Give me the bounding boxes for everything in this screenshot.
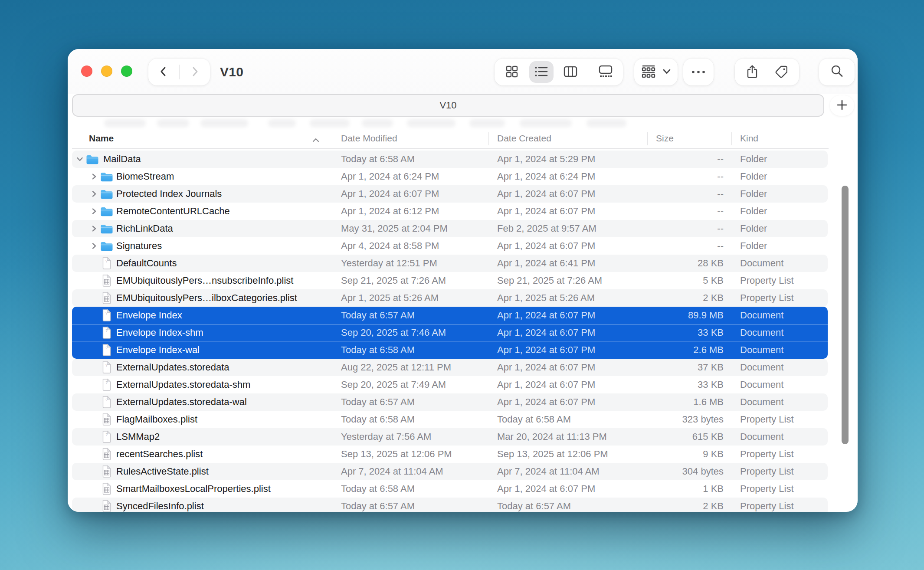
folder-icon <box>100 222 113 235</box>
date-modified-cell: Apr 1, 2024 at 6:24 PM <box>341 168 439 185</box>
tab-bar[interactable]: V10 <box>72 94 824 117</box>
table-row[interactable]: EMUbiquitouslyPers…nsubscribeInfo.plist … <box>72 272 828 289</box>
table-row[interactable]: ? ExternalUpdates.storedata-shm Sep 20, … <box>72 376 828 393</box>
file-list: MailData Today at 6:58 AM Apr 1, 2024 at… <box>72 151 828 512</box>
column-header-date-modified[interactable]: Date Modified <box>341 133 397 144</box>
chevron-right-icon[interactable] <box>89 223 99 234</box>
date-modified-cell: Apr 1, 2024 at 6:12 PM <box>341 203 439 220</box>
chevron-right-icon[interactable] <box>89 171 99 182</box>
new-tab-button[interactable] <box>830 95 854 116</box>
forward-button[interactable] <box>183 60 207 84</box>
date-created-cell: Feb 2, 2025 at 9:57 AM <box>497 220 596 237</box>
date-modified-cell: Today at 6:57 AM <box>341 393 415 411</box>
minimize-button[interactable] <box>101 66 112 77</box>
size-cell: -- <box>637 151 724 168</box>
date-created-cell: Apr 1, 2025 at 5:26 AM <box>497 289 595 307</box>
chevron-right-icon[interactable] <box>89 189 99 199</box>
date-modified-cell: Apr 7, 2024 at 11:04 AM <box>341 463 443 480</box>
size-cell: 323 bytes <box>637 411 724 428</box>
table-row[interactable]: MailData Today at 6:58 AM Apr 1, 2024 at… <box>72 151 828 168</box>
column-header-date-created[interactable]: Date Created <box>497 133 551 144</box>
date-created-cell: Apr 1, 2024 at 6:07 PM <box>497 480 595 498</box>
svg-text:?: ? <box>105 432 108 437</box>
table-row[interactable]: FlagMailboxes.plist Today at 6:58 AM Tod… <box>72 411 828 428</box>
disclosure-placeholder <box>89 414 99 425</box>
table-row[interactable]: RemoteContentURLCache Apr 1, 2024 at 6:1… <box>72 203 828 220</box>
size-cell: 5 KB <box>637 272 724 289</box>
file-name: DefaultCounts <box>116 255 177 272</box>
share-button[interactable] <box>740 60 764 84</box>
list-view-button[interactable] <box>529 60 554 84</box>
table-row[interactable]: recentSearches.plist Sep 13, 2025 at 12:… <box>72 446 828 463</box>
table-row[interactable]: Protected Index Journals Apr 1, 2024 at … <box>72 185 828 203</box>
table-row[interactable]: RichLinkData May 31, 2025 at 2:04 PM Feb… <box>72 220 828 237</box>
date-modified-cell: Sep 21, 2025 at 7:26 AM <box>341 272 446 289</box>
table-row[interactable]: RulesActiveState.plist Apr 7, 2024 at 11… <box>72 463 828 480</box>
table-row[interactable]: EMUbiquitouslyPers…ilboxCategories.plist… <box>72 289 828 307</box>
date-modified-cell: Apr 4, 2024 at 8:58 PM <box>341 237 439 255</box>
more-options-button[interactable] <box>683 59 714 85</box>
svg-text:?: ? <box>105 398 108 402</box>
column-divider[interactable] <box>333 132 333 145</box>
date-modified-cell: Apr 1, 2024 at 6:07 PM <box>341 185 439 203</box>
column-header-size[interactable]: Size <box>656 133 674 144</box>
chevron-right-icon[interactable] <box>89 206 99 216</box>
column-divider[interactable] <box>731 132 732 145</box>
tab-title: V10 <box>439 100 456 111</box>
size-cell: 89.9 MB <box>637 307 724 324</box>
plus-icon <box>836 99 848 112</box>
table-row[interactable]: SmartMailboxesLocalProperties.plist Toda… <box>72 480 828 498</box>
close-button[interactable] <box>81 66 92 77</box>
date-created-cell: Apr 1, 2024 at 6:07 PM <box>497 307 595 324</box>
view-mode-group <box>495 59 623 85</box>
kind-cell: Folder <box>740 220 767 237</box>
chevron-down-icon[interactable] <box>75 154 85 164</box>
disclosure-placeholder <box>89 501 99 511</box>
gallery-view-button[interactable] <box>593 60 618 84</box>
chevron-right-icon[interactable] <box>89 241 99 251</box>
folder-icon <box>86 153 99 166</box>
table-row[interactable]: BiomeStream Apr 1, 2024 at 6:24 PM Apr 1… <box>72 168 828 185</box>
tag-button[interactable] <box>770 60 794 84</box>
search-button[interactable] <box>819 59 855 85</box>
chevron-down-icon <box>663 68 671 76</box>
table-row[interactable]: ? ExternalUpdates.storedata Aug 22, 2025… <box>72 359 828 376</box>
column-view-button[interactable] <box>558 60 583 84</box>
plist-icon <box>100 292 113 305</box>
size-cell: -- <box>637 237 724 255</box>
table-row[interactable]: ? Envelope Index-wal Today at 6:58 AM Ap… <box>72 341 828 359</box>
kind-cell: Folder <box>740 237 767 255</box>
date-modified-cell: Today at 6:58 AM <box>341 480 415 498</box>
file-name: RemoteContentURLCache <box>116 203 230 220</box>
icon-view-button[interactable] <box>500 60 524 84</box>
date-created-cell: Apr 1, 2024 at 5:29 PM <box>497 151 595 168</box>
back-button[interactable] <box>151 60 176 84</box>
table-row[interactable]: ? DefaultCounts Yesterday at 12:51 PM Ap… <box>72 255 828 272</box>
plist-icon <box>100 500 113 512</box>
date-created-cell: Apr 1, 2024 at 6:07 PM <box>497 393 595 411</box>
table-row[interactable]: Signatures Apr 4, 2024 at 8:58 PM Apr 1,… <box>72 237 828 255</box>
back-chevron-icon <box>157 66 170 79</box>
column-header-kind[interactable]: Kind <box>740 133 758 144</box>
disclosure-placeholder <box>89 275 99 286</box>
vertical-scrollbar-thumb[interactable] <box>842 186 849 444</box>
column-header-row: Name Date Modified Date Created Size Kin… <box>68 130 858 148</box>
zoom-button[interactable] <box>121 66 132 77</box>
table-row[interactable]: ? ExternalUpdates.storedata-wal Today at… <box>72 393 828 411</box>
table-row[interactable]: ? Envelope Index-shm Sep 20, 2025 at 7:4… <box>72 324 828 341</box>
table-row[interactable]: ? Envelope Index Today at 6:57 AM Apr 1,… <box>72 307 828 324</box>
date-created-cell: Apr 1, 2024 at 6:07 PM <box>497 185 595 203</box>
kind-cell: Document <box>740 393 783 411</box>
column-divider[interactable] <box>647 132 648 145</box>
size-cell: 2 KB <box>637 289 724 307</box>
table-row[interactable]: ? LSMMap2 Yesterday at 7:56 AM Mar 20, 2… <box>72 428 828 446</box>
table-row[interactable]: SyncedFilesInfo.plist Today at 6:57 AM T… <box>72 498 828 512</box>
disclosure-placeholder <box>89 484 99 494</box>
kind-cell: Property List <box>740 289 794 307</box>
file-name: BiomeStream <box>116 168 174 185</box>
file-name: Envelope Index-wal <box>116 341 200 359</box>
column-divider[interactable] <box>488 132 489 145</box>
list-view-selected-background <box>529 61 554 83</box>
group-by-button[interactable] <box>634 59 678 85</box>
column-header-name[interactable]: Name <box>89 133 114 144</box>
